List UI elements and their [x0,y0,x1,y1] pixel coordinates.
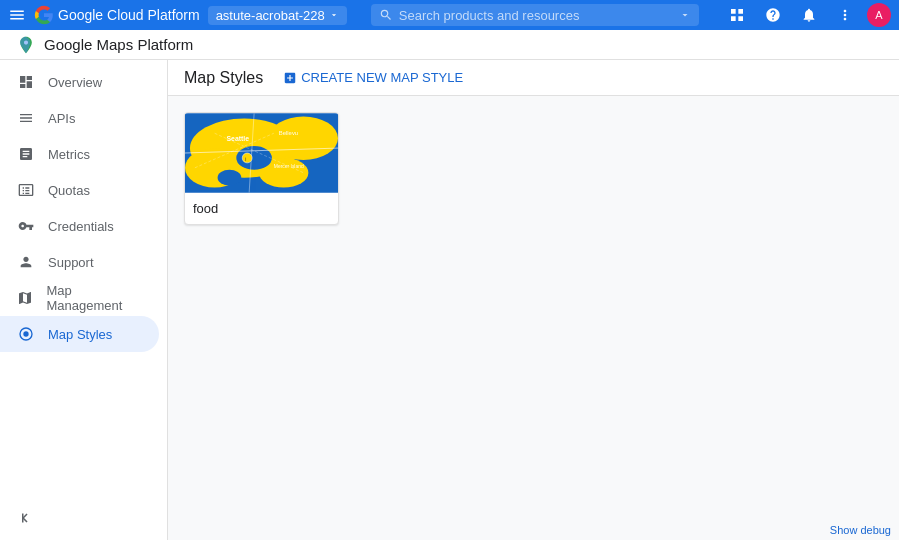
sidebar-item-metrics[interactable]: Metrics [0,136,159,172]
svg-text:Seattle: Seattle [226,135,249,142]
map-thumbnail-svg: Seattle Bellevu i Mercer Island [185,113,338,193]
main-layout: Overview APIs Metrics Quotas Credentials [0,60,899,540]
add-icon [283,71,297,85]
map-card-label: food [185,193,338,224]
metrics-icon [16,146,36,162]
grid-button[interactable] [723,1,751,29]
sidebar-label-credentials: Credentials [48,219,114,234]
menu-icon[interactable] [8,6,26,24]
subheader: Google Maps Platform [0,30,899,60]
svg-point-6 [269,116,338,159]
create-button-label: CREATE NEW MAP STYLE [301,70,463,85]
sidebar-item-overview[interactable]: Overview [0,64,159,100]
sidebar-collapse-button[interactable] [0,501,167,540]
map-styles-icon [16,326,36,342]
sidebar-label-map-styles: Map Styles [48,327,112,342]
sidebar-item-support[interactable]: Support [0,244,159,280]
search-dropdown-icon [679,9,691,21]
sidebar-label-metrics: Metrics [48,147,90,162]
sidebar-item-map-management[interactable]: Map Management [0,280,159,316]
credentials-icon [16,218,36,234]
svg-text:Mercer Island: Mercer Island [274,164,304,169]
overview-icon [16,74,36,90]
map-style-card[interactable]: Seattle Bellevu i Mercer Island food [184,112,339,225]
page-title: Map Styles [184,69,263,87]
search-icon [379,8,393,22]
sidebar-label-overview: Overview [48,75,102,90]
sidebar-label-map-management: Map Management [46,283,143,313]
quotas-icon [16,182,36,198]
svg-text:i: i [245,157,246,162]
svg-point-8 [236,146,272,170]
topbar-right: A [723,1,891,29]
sidebar-item-credentials[interactable]: Credentials [0,208,159,244]
search-bar[interactable] [371,4,699,26]
map-management-icon [16,290,34,306]
sidebar-label-support: Support [48,255,94,270]
topbar-title: Google Cloud Platform [58,7,200,23]
subheader-app-title: Google Maps Platform [44,36,193,53]
sidebar-label-apis: APIs [48,111,75,126]
sidebar-label-quotas: Quotas [48,183,90,198]
content-area: Map Styles CREATE NEW MAP STYLE [168,60,899,540]
topbar-logo: Google Cloud Platform [34,5,200,25]
notifications-button[interactable] [795,1,823,29]
search-input[interactable] [399,8,673,23]
help-button[interactable] [759,1,787,29]
svg-point-9 [218,170,242,186]
map-card-thumbnail: Seattle Bellevu i Mercer Island [185,113,338,193]
apis-icon [16,110,36,126]
topbar: Google Cloud Platform astute-acrobat-228… [0,0,899,30]
sidebar-item-quotas[interactable]: Quotas [0,172,159,208]
cards-area: Seattle Bellevu i Mercer Island food [168,96,899,241]
svg-point-1 [23,331,28,336]
svg-point-16 [242,153,252,163]
sidebar-item-apis[interactable]: APIs [0,100,159,136]
show-debug-button[interactable]: Show debug [822,520,899,540]
more-button[interactable] [831,1,859,29]
maps-logo [16,35,36,55]
content-header: Map Styles CREATE NEW MAP STYLE [168,60,899,96]
avatar[interactable]: A [867,3,891,27]
svg-text:Bellevu: Bellevu [279,130,298,136]
sidebar: Overview APIs Metrics Quotas Credentials [0,60,168,540]
project-selector[interactable]: astute-acrobat-228 [208,6,347,25]
support-icon [16,254,36,270]
sidebar-item-map-styles[interactable]: Map Styles [0,316,159,352]
create-new-map-style-button[interactable]: CREATE NEW MAP STYLE [275,66,471,89]
